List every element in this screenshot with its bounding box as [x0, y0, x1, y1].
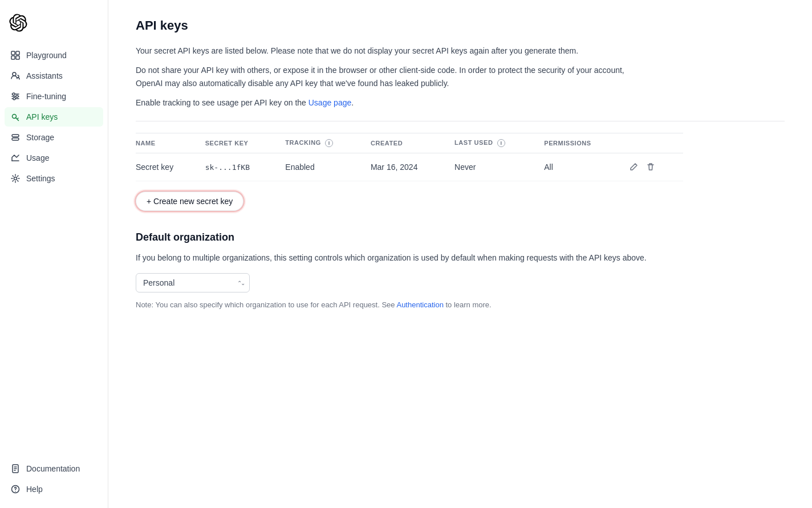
- description-1: Your secret API keys are listed below. P…: [136, 44, 649, 57]
- help-icon: [10, 484, 21, 494]
- row-last-used: Never: [454, 153, 544, 181]
- sliders-icon: [10, 91, 21, 101]
- chart-icon: [10, 153, 21, 163]
- svg-point-14: [15, 491, 16, 492]
- col-name: NAME: [136, 133, 205, 153]
- description-3-suffix: .: [351, 98, 354, 107]
- svg-rect-3: [16, 56, 19, 59]
- openai-logo-icon: [9, 14, 27, 32]
- table-row: Secret key sk-...1fKB Enabled Mar 16, 20…: [136, 153, 683, 181]
- col-actions: [628, 133, 683, 153]
- trash-icon: [646, 162, 655, 172]
- sidebar-item-label: Settings: [26, 174, 55, 183]
- org-note-suffix: to learn more.: [444, 300, 492, 309]
- database-icon: [10, 132, 21, 143]
- usage-page-link[interactable]: Usage page: [308, 98, 352, 107]
- org-select-wrapper[interactable]: Personal: [136, 273, 250, 292]
- table-divider: [136, 121, 785, 121]
- key-icon: [10, 112, 21, 122]
- svg-point-4: [13, 72, 16, 76]
- default-org-title: Default organization: [136, 231, 785, 243]
- col-secret-key: SECRET KEY: [205, 133, 286, 153]
- sidebar-item-label: Storage: [26, 133, 54, 142]
- row-actions: [628, 153, 683, 181]
- create-secret-key-button[interactable]: + Create new secret key: [136, 192, 243, 211]
- svg-rect-0: [11, 51, 15, 55]
- sidebar-item-label: Fine-tuning: [26, 92, 66, 101]
- edit-icon: [629, 162, 638, 172]
- description-3: Enable tracking to see usage per API key…: [136, 96, 649, 109]
- sidebar-item-fine-tuning[interactable]: Fine-tuning: [5, 87, 103, 106]
- org-note-prefix: Note: You can also specify which organiz…: [136, 300, 396, 309]
- svg-point-5: [13, 93, 15, 95]
- sidebar-item-label: Documentation: [26, 464, 80, 473]
- org-select[interactable]: Personal: [136, 273, 250, 292]
- col-permissions: PERMISSIONS: [544, 133, 628, 153]
- sidebar-bottom: Documentation Help: [0, 459, 108, 499]
- settings-icon: [10, 173, 21, 184]
- col-last-used: LAST USED i: [454, 133, 544, 153]
- logo: [0, 9, 108, 46]
- sidebar: Playground Assistants: [0, 0, 108, 508]
- sidebar-item-storage[interactable]: Storage: [5, 128, 103, 147]
- svg-rect-10: [12, 138, 19, 140]
- api-keys-table: NAME SECRET KEY TRACKING i CREATED LAST …: [136, 133, 683, 181]
- row-tracking: Enabled: [285, 153, 371, 181]
- sidebar-item-label: Assistants: [26, 71, 63, 80]
- col-tracking: TRACKING i: [285, 133, 371, 153]
- last-used-info-icon[interactable]: i: [497, 139, 505, 147]
- row-action-buttons: [628, 161, 676, 173]
- delete-key-button[interactable]: [645, 161, 656, 173]
- description-2: Do not share your API key with others, o…: [136, 64, 649, 90]
- sidebar-item-help[interactable]: Help: [5, 479, 103, 499]
- sidebar-item-label: Usage: [26, 153, 49, 162]
- doc-icon: [10, 464, 21, 474]
- table-header-row: NAME SECRET KEY TRACKING i CREATED LAST …: [136, 133, 683, 153]
- org-note: Note: You can also specify which organiz…: [136, 300, 649, 309]
- users-icon: [10, 71, 21, 81]
- sidebar-item-assistants[interactable]: Assistants: [5, 66, 103, 86]
- svg-point-7: [13, 97, 15, 100]
- grid-icon: [10, 50, 21, 60]
- row-name: Secret key: [136, 153, 205, 181]
- svg-rect-2: [11, 56, 15, 59]
- svg-point-11: [14, 177, 17, 180]
- api-keys-table-container: NAME SECRET KEY TRACKING i CREATED LAST …: [136, 133, 683, 181]
- sidebar-nav: Playground Assistants: [0, 46, 108, 459]
- default-org-description: If you belong to multiple organizations,…: [136, 251, 649, 264]
- sidebar-item-settings[interactable]: Settings: [5, 169, 103, 188]
- col-created: CREATED: [371, 133, 454, 153]
- sidebar-item-label: Help: [26, 485, 43, 494]
- svg-point-6: [16, 95, 18, 97]
- edit-key-button[interactable]: [628, 161, 639, 173]
- row-secret-key: sk-...1fKB: [205, 153, 286, 181]
- sidebar-item-usage[interactable]: Usage: [5, 148, 103, 168]
- authentication-link[interactable]: Authentication: [396, 300, 443, 309]
- main-content: API keys Your secret API keys are listed…: [108, 0, 812, 508]
- tracking-info-icon[interactable]: i: [325, 139, 333, 147]
- sidebar-item-api-keys[interactable]: API keys: [5, 107, 103, 127]
- row-created: Mar 16, 2024: [371, 153, 454, 181]
- row-permissions: All: [544, 153, 628, 181]
- sidebar-item-documentation[interactable]: Documentation: [5, 459, 103, 478]
- svg-rect-9: [12, 135, 19, 137]
- description-3-prefix: Enable tracking to see usage per API key…: [136, 98, 308, 107]
- sidebar-item-label: Playground: [26, 51, 67, 60]
- svg-rect-1: [16, 51, 19, 55]
- page-title: API keys: [136, 18, 785, 33]
- sidebar-item-label: API keys: [26, 112, 58, 121]
- sidebar-item-playground[interactable]: Playground: [5, 46, 103, 65]
